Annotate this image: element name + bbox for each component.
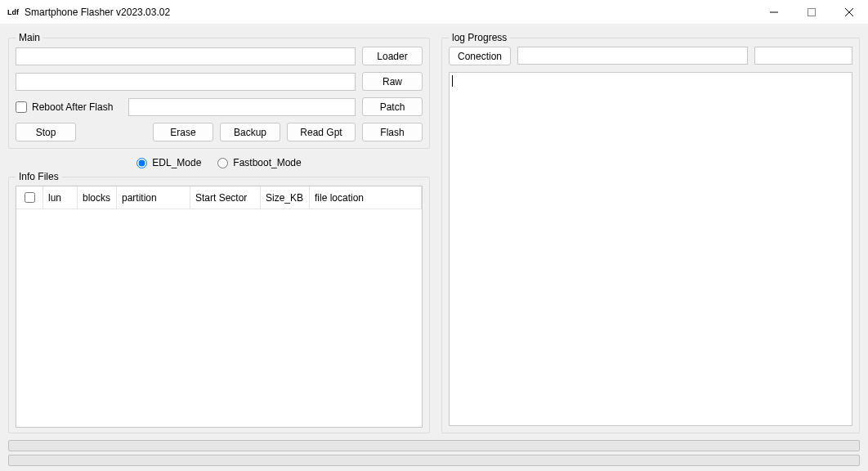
log-legend: log Progress	[449, 32, 510, 43]
window-title: Smartphone Flasher v2023.03.02	[25, 7, 170, 18]
col-start-sector[interactable]: Start Sector	[190, 186, 261, 209]
reboot-checkbox-input[interactable]	[16, 101, 27, 113]
mode-selector: EDL_Mode Fastboot_Mode	[8, 157, 430, 168]
minimize-button[interactable]	[755, 0, 793, 25]
stop-button[interactable]: Stop	[16, 123, 76, 141]
info-files-group: Info Files lun blocks partition Start Se…	[8, 177, 430, 433]
info-table[interactable]: lun blocks partition Start Sector Size_K…	[16, 186, 423, 428]
close-button[interactable]	[830, 0, 868, 25]
col-file-location[interactable]: file location	[310, 186, 422, 209]
main-legend: Main	[16, 32, 43, 43]
progress-bar-1	[8, 440, 860, 451]
text-caret	[452, 75, 453, 87]
edl-mode-radio[interactable]: EDL_Mode	[136, 157, 201, 168]
edl-label: EDL_Mode	[152, 157, 201, 168]
loader-path-input[interactable]	[16, 47, 356, 65]
connection-button[interactable]: Conection	[449, 47, 511, 65]
patch-path-input[interactable]	[128, 98, 356, 116]
reboot-after-flash-checkbox[interactable]: Reboot After Flash	[16, 101, 122, 113]
info-legend: Info Files	[16, 171, 62, 182]
patch-button[interactable]: Patch	[362, 97, 423, 116]
progress-bar-2	[8, 455, 860, 466]
reboot-label: Reboot After Flash	[32, 101, 113, 113]
col-partition[interactable]: partition	[117, 186, 190, 209]
table-header-row: lun blocks partition Start Sector Size_K…	[16, 186, 422, 209]
raw-path-input[interactable]	[16, 73, 356, 91]
main-group: Main Loader Raw Reboot After Flash Patch	[8, 38, 430, 149]
loader-button[interactable]: Loader	[362, 47, 423, 65]
log-progress-group: log Progress Conection	[441, 38, 860, 433]
log-field-1[interactable]	[517, 47, 748, 65]
titlebar: Ldf Smartphone Flasher v2023.03.02	[0, 0, 868, 25]
backup-button[interactable]: Backup	[220, 123, 280, 141]
select-all-checkbox[interactable]	[25, 192, 35, 203]
readgpt-button[interactable]: Read Gpt	[287, 123, 356, 141]
log-field-2[interactable]	[754, 47, 852, 65]
fastboot-radio-input[interactable]	[217, 158, 228, 168]
col-select[interactable]	[16, 186, 43, 209]
col-size-kb[interactable]: Size_KB	[261, 186, 310, 209]
app-icon: Ldf	[7, 6, 20, 19]
status-bars	[8, 440, 860, 466]
flash-button[interactable]: Flash	[362, 123, 423, 141]
log-textarea[interactable]	[449, 72, 852, 426]
edl-radio-input[interactable]	[136, 158, 147, 168]
col-blocks[interactable]: blocks	[78, 186, 117, 209]
maximize-button[interactable]	[793, 0, 830, 25]
col-lun[interactable]: lun	[43, 186, 78, 209]
raw-button[interactable]: Raw	[362, 72, 423, 91]
svg-rect-1	[808, 8, 816, 16]
erase-button[interactable]: Erase	[153, 123, 213, 141]
fastboot-label: Fastboot_Mode	[233, 157, 301, 168]
fastboot-mode-radio[interactable]: Fastboot_Mode	[217, 157, 301, 168]
